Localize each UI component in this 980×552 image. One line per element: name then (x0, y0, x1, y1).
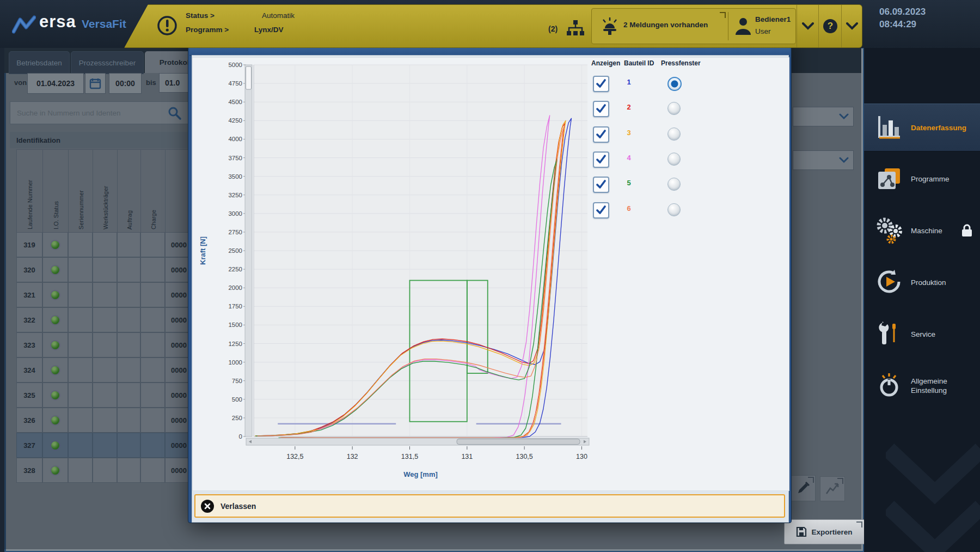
user-dropdown-button[interactable] (797, 5, 819, 47)
help-button[interactable]: ? (818, 5, 842, 47)
program-label: Programm > (186, 26, 229, 34)
svg-text:3750: 3750 (228, 155, 242, 161)
org-chart-icon[interactable] (567, 19, 584, 39)
save-icon (796, 526, 807, 537)
ersa-logo-icon (12, 15, 36, 35)
svg-text:Kraft [N]: Kraft [N] (199, 236, 207, 265)
alarm-lamp-icon (601, 16, 619, 36)
svg-text:130: 130 (576, 453, 587, 460)
sidebar-item-datenerfassung[interactable]: Datenerfassung (864, 104, 980, 151)
svg-text:3500: 3500 (228, 173, 242, 180)
pressfenster-radio-5[interactable] (667, 178, 681, 191)
exit-label: Verlassen (220, 502, 256, 511)
svg-text:5000: 5000 (228, 62, 242, 68)
sidebar-item-service[interactable]: Service (864, 311, 980, 357)
svg-text:2500: 2500 (228, 247, 242, 254)
force-displacement-chart[interactable]: 0250500750100012501500175020002250250027… (192, 57, 789, 491)
time-text: 08:44:29 (879, 18, 926, 31)
exit-button[interactable]: Verlassen (194, 494, 785, 518)
status-value: Automatik (262, 11, 295, 20)
svg-text:750: 750 (232, 378, 242, 384)
bauteil-id-label: 4 (622, 154, 635, 162)
lock-icon (961, 223, 973, 240)
svg-text:130,5: 130,5 (516, 453, 533, 460)
pressfenster-radio-1[interactable] (667, 77, 682, 91)
legend-header: Pressfenster (661, 59, 701, 67)
touch-corner-mark (720, 12, 726, 18)
pressfenster-radio-6[interactable] (667, 203, 681, 216)
svg-text:131,5: 131,5 (401, 453, 418, 460)
anzeigen-checkbox-1[interactable] (593, 76, 609, 92)
date-text: 06.09.2023 (879, 5, 926, 18)
user-name[interactable]: Bediener1 (755, 15, 791, 23)
brand-name: ersa (39, 12, 76, 32)
anzeigen-checkbox-6[interactable] (593, 202, 609, 219)
export-button[interactable]: Exportieren (784, 519, 865, 544)
brand-product: VersaFit (82, 17, 126, 31)
anzeigen-checkbox-5[interactable] (593, 177, 609, 193)
alert-exclamation-icon (156, 15, 178, 37)
program-value: Lynx/DV (254, 26, 284, 34)
anzeigen-checkbox-2[interactable] (593, 101, 609, 117)
gears-icon (875, 216, 903, 244)
sidebar-item-programme[interactable]: Programme (864, 155, 980, 202)
svg-text:4250: 4250 (228, 117, 242, 124)
svg-text:3250: 3250 (228, 192, 242, 198)
sidebar-item-label: Allgemeine Einstellung (911, 362, 972, 409)
close-x-icon (201, 500, 214, 513)
svg-text:1750: 1750 (228, 303, 242, 310)
svg-text:2000: 2000 (228, 284, 242, 291)
bar-chart-icon (875, 113, 903, 141)
anzeigen-checkbox-4[interactable] (593, 151, 609, 168)
messages-count[interactable]: 2 Meldungen vorhanden (623, 21, 708, 29)
svg-text:4500: 4500 (228, 99, 242, 105)
top-bar: ersa VersaFit Status > Automatik Program… (0, 0, 980, 48)
station-badge: (2) (548, 25, 558, 33)
app-root: ersa VersaFit Status > Automatik Program… (0, 0, 980, 552)
sidebar-item-produktion[interactable]: Produktion (864, 259, 980, 306)
messages-user-panel: 2 Meldungen vorhanden Bediener1 User (591, 8, 796, 44)
chevron-down-icon (846, 22, 858, 30)
sidebar-item-label: Programme (911, 155, 972, 202)
pressfenster-radio-4[interactable] (667, 153, 681, 166)
chevron-down-icon (802, 22, 814, 30)
bauteil-id-label: 1 (622, 78, 635, 86)
svg-text:132,5: 132,5 (286, 453, 303, 460)
sidebar-watermark-chevrons (886, 420, 980, 552)
svg-text:131: 131 (461, 453, 473, 460)
svg-text:0: 0 (239, 433, 242, 440)
pressfenster-radio-3[interactable] (667, 128, 681, 141)
sidebar-item-label: Produktion (911, 259, 972, 306)
svg-text:4000: 4000 (228, 136, 242, 142)
user-role: User (755, 27, 771, 35)
bauteil-id-label: 3 (622, 129, 635, 137)
sidebar-item-maschine[interactable]: Maschine (864, 207, 980, 254)
service-icon (875, 319, 903, 348)
anzeigen-checkbox-3[interactable] (593, 126, 609, 143)
svg-text:2250: 2250 (228, 266, 242, 272)
svg-text:500: 500 (232, 396, 242, 403)
protokoll-dialog: Protokoll 025050075010001250150017502000… (188, 31, 792, 523)
sidebar-item-allgemeine-einstellung[interactable]: Allgemeine Einstellung (864, 362, 980, 409)
svg-text:250: 250 (232, 415, 242, 421)
bauteil-id-label: 2 (622, 103, 635, 111)
export-label: Exportieren (811, 528, 852, 536)
production-icon (875, 268, 903, 296)
svg-text:3000: 3000 (228, 210, 242, 217)
legend-header: Bauteil ID (624, 59, 654, 67)
svg-text:1500: 1500 (228, 322, 242, 328)
svg-text:4750: 4750 (228, 80, 242, 87)
more-dropdown-button[interactable] (841, 5, 862, 47)
bauteil-id-label: 5 (622, 179, 635, 187)
help-icon: ? (823, 19, 837, 33)
svg-text:Weg [mm]: Weg [mm] (403, 470, 438, 478)
status-banner: Status > Automatik Programm > Lynx/DV (2… (124, 4, 862, 48)
sidebar-item-label: Datenerfassung (911, 104, 972, 151)
svg-text:132: 132 (347, 453, 358, 460)
svg-text:2750: 2750 (228, 229, 242, 235)
svg-text:1250: 1250 (228, 341, 242, 347)
panel-divider (728, 12, 728, 40)
legend-header: Anzeigen (591, 59, 620, 67)
sidebar-item-label: Service (911, 311, 972, 357)
datetime-display: 06.09.2023 08:44:29 (879, 5, 926, 31)
